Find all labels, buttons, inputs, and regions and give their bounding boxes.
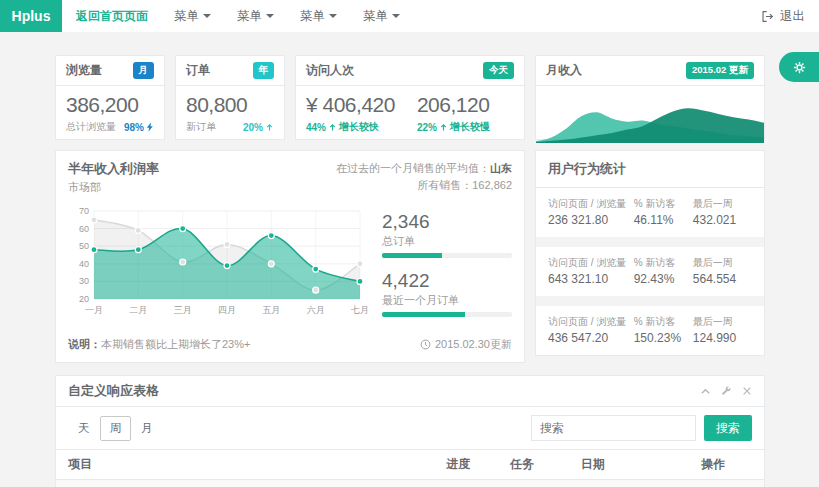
orders-sub-label: 新订单 xyxy=(186,120,216,134)
cell-task: 20% xyxy=(502,480,573,487)
stat-value: 432.021 xyxy=(693,213,752,227)
svg-text:40: 40 xyxy=(79,259,89,269)
svg-text:70: 70 xyxy=(79,206,89,216)
views-value: 386,200 xyxy=(66,93,154,117)
table-row[interactable]: 米莫说 | MiMO Show 20% 2014.11.11 ✓ xyxy=(56,480,764,487)
gear-icon xyxy=(792,60,807,75)
level-up-icon xyxy=(265,123,274,132)
home-link[interactable]: 返回首页页面 xyxy=(76,8,148,25)
visits-secondary-percent: 22% xyxy=(417,122,437,133)
stat-value: 564.554 xyxy=(693,272,752,286)
level-up-icon xyxy=(439,123,448,132)
visits-secondary: 206,120 22% 增长较慢 xyxy=(417,93,490,134)
month-orders-label: 最近一个月订单 xyxy=(382,293,512,308)
card-title: 月收入 xyxy=(546,62,582,79)
svg-text:30: 30 xyxy=(79,276,89,286)
top-navbar: Hplus 返回首页页面 菜单 菜单 菜单 菜单 退出 xyxy=(0,0,819,32)
visits-amount: ¥ 406,420 xyxy=(306,93,395,117)
menu-dropdown-2[interactable]: 菜单 xyxy=(237,8,274,25)
panel-title: 用户行为统计 xyxy=(548,160,626,178)
month-orders-value: 4,422 xyxy=(382,270,512,292)
svg-text:50: 50 xyxy=(79,241,89,251)
profit-line-chart: 一月二月三月四月五月六月七月203040506070 xyxy=(68,203,368,319)
caret-down-icon xyxy=(203,14,211,18)
stat-label: % 新访客 xyxy=(634,196,693,211)
close-icon xyxy=(742,386,752,396)
card-visits: 访问人次 今天 ¥ 406,420 44% 增长较快 206,120 xyxy=(295,55,525,140)
profit-rate-panel: 半年收入利润率 市场部 在过去的一个月销售的平均值：山东 所有销售：162,86… xyxy=(55,150,525,363)
all-sales-label: 所有销售： xyxy=(417,179,472,191)
tab-month[interactable]: 月 xyxy=(131,416,163,441)
brand-logo[interactable]: Hplus xyxy=(0,0,62,32)
stat-value: 124.990 xyxy=(693,331,752,345)
level-up-icon xyxy=(328,123,337,132)
visits-primary: ¥ 406,420 44% 增长较快 xyxy=(306,93,395,134)
sign-out-icon xyxy=(761,10,774,23)
stat-cards-row: 浏览量 月 386,200 总计浏览量 98% 订单 年 80,800 新订单 xyxy=(55,55,765,140)
card-orders: 订单 年 80,800 新订单 20% xyxy=(175,55,285,140)
stat-value: 150.23% xyxy=(634,331,693,345)
card-page-views: 浏览量 月 386,200 总计浏览量 98% xyxy=(55,55,165,140)
tab-week[interactable]: 周 xyxy=(100,416,132,441)
card-title: 订单 xyxy=(186,62,210,79)
stat-label: 最后一周 xyxy=(693,314,752,329)
total-orders-value: 2,346 xyxy=(382,211,512,233)
stat-value: 92.43% xyxy=(634,272,693,286)
theme-settings-button[interactable] xyxy=(779,52,819,82)
search-input[interactable] xyxy=(531,415,696,441)
stat-value: 436 547.20 xyxy=(548,331,634,345)
col-header-progress[interactable]: 进度 xyxy=(438,450,502,480)
config-button[interactable] xyxy=(721,386,732,397)
visits-primary-trend: 增长较快 xyxy=(339,120,379,134)
total-orders-label: 总订单 xyxy=(382,234,512,249)
avg-sales-label: 在过去的一个月销售的平均值： xyxy=(336,162,490,174)
caret-down-icon xyxy=(392,14,400,18)
col-header-project[interactable]: 项目 xyxy=(56,450,438,480)
panel-title: 半年收入利润率 xyxy=(68,160,159,178)
logout-button[interactable]: 退出 xyxy=(761,0,819,32)
card-title: 浏览量 xyxy=(66,62,102,79)
svg-text:六月: 六月 xyxy=(307,305,325,315)
user-stat-row: 访问页面 / 浏览量436 547.20 % 新访客150.23% 最后一周12… xyxy=(536,296,764,355)
period-badge: 月 xyxy=(133,62,155,79)
avg-sales-value: 山东 xyxy=(490,162,512,174)
stat-label: 访问页面 / 浏览量 xyxy=(548,314,634,329)
stat-value: 643 321.10 xyxy=(548,272,634,286)
menu-label: 菜单 xyxy=(237,8,262,25)
caret-down-icon xyxy=(266,14,274,18)
col-header-task[interactable]: 任务 xyxy=(502,450,573,480)
visits-secondary-trend: 增长较慢 xyxy=(450,120,490,134)
menu-dropdown-4[interactable]: 菜单 xyxy=(363,8,400,25)
menu-dropdown-3[interactable]: 菜单 xyxy=(300,8,337,25)
stat-label: % 新访客 xyxy=(634,314,693,329)
svg-text:七月: 七月 xyxy=(350,305,368,315)
user-behavior-panel: 用户行为统计 访问页面 / 浏览量236 321.80 % 新访客46.11% … xyxy=(535,150,765,356)
orders-value: 80,800 xyxy=(186,93,274,117)
updated-badge: 2015.02 更新 xyxy=(686,62,754,79)
month-orders-progress xyxy=(382,312,512,317)
collapse-button[interactable] xyxy=(700,386,711,397)
stat-label: 访问页面 / 浏览量 xyxy=(548,196,634,211)
user-stat-row: 访问页面 / 浏览量643 321.10 % 新访客92.43% 最后一周564… xyxy=(536,237,764,296)
svg-text:20: 20 xyxy=(79,294,89,304)
stat-value: 236 321.80 xyxy=(548,213,634,227)
col-header-action[interactable]: 操作 xyxy=(693,450,764,480)
search-button[interactable]: 搜索 xyxy=(704,415,752,441)
stat-label: 最后一周 xyxy=(693,255,752,270)
menu-label: 菜单 xyxy=(174,8,199,25)
caret-down-icon xyxy=(329,14,337,18)
note-text: 本期销售额比上期增长了23%+ xyxy=(101,338,250,350)
card-monthly-income: 月收入 2015.02 更新 xyxy=(535,55,765,140)
stat-value: 46.11% xyxy=(634,213,693,227)
wrench-icon xyxy=(721,386,732,397)
col-header-date[interactable]: 日期 xyxy=(573,450,693,480)
projects-table: 项目 进度 任务 日期 操作 米莫说 | MiMO Show 20% 2014.… xyxy=(56,449,764,487)
menu-dropdown-1[interactable]: 菜单 xyxy=(174,8,211,25)
close-button[interactable] xyxy=(742,386,752,396)
period-tab-group: 天 周 月 xyxy=(68,416,163,441)
all-sales-value: 162,862 xyxy=(472,179,512,191)
stat-label: % 新访客 xyxy=(634,255,693,270)
last-updated: 2015.02.30更新 xyxy=(420,337,512,352)
svg-text:60: 60 xyxy=(79,224,89,234)
tab-day[interactable]: 天 xyxy=(68,416,100,441)
